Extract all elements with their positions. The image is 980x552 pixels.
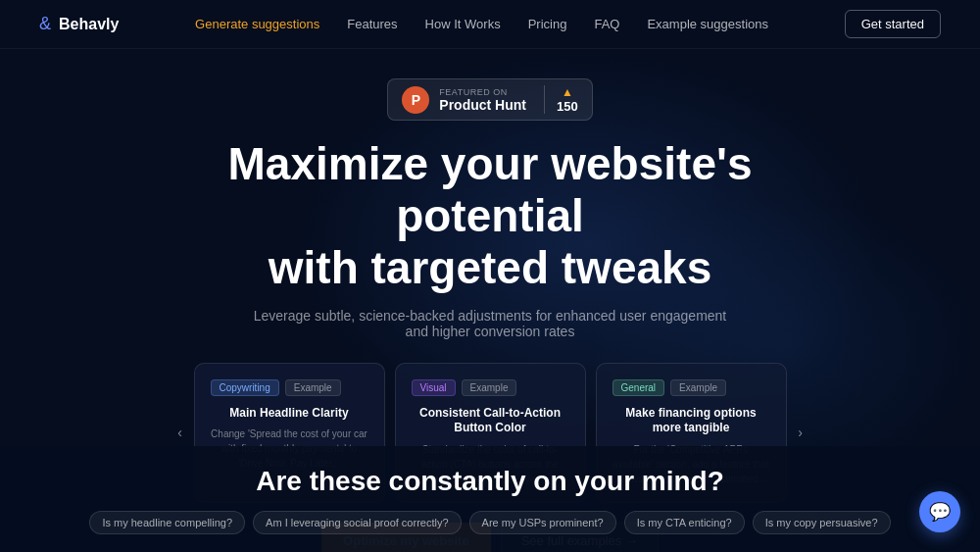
bottom-tag-4[interactable]: Is my copy persuasive? [753,511,891,534]
tag-example-1: Example [285,379,341,396]
get-started-button[interactable]: Get started [845,10,941,38]
ph-number: 150 [557,99,578,114]
chat-bubble[interactable]: 💬 [919,491,960,532]
bottom-tag-2[interactable]: Are my USPs prominent? [469,511,616,534]
tag-example-3: Example [670,379,726,396]
bottom-tags: Is my headline compelling? Am I leveragi… [39,511,941,534]
nav-generate[interactable]: Generate suggestions [195,17,319,31]
nav-links: Generate suggestions Features How It Wor… [195,17,768,31]
chat-icon: 💬 [929,501,951,523]
prev-arrow[interactable]: ‹ [167,419,194,446]
nav-faq[interactable]: FAQ [594,17,619,31]
nav-features[interactable]: Features [347,17,397,31]
product-hunt-badge[interactable]: P FEATURED ON Product Hunt ▲ 150 [387,78,592,121]
nav-pricing[interactable]: Pricing [528,17,567,31]
navbar-right: Get started [845,10,941,38]
tag-visual: Visual [412,379,456,396]
next-arrow[interactable]: › [787,419,814,446]
hero-title-line2: with targeted tweaks [269,242,711,293]
bottom-tag-1[interactable]: Am I leveraging social proof correctly? [253,511,461,534]
bottom-section: Are these constantly on your mind? Is my… [0,446,980,552]
logo[interactable]: & Behavly [39,14,119,34]
bottom-tag-0[interactable]: Is my headline compelling? [89,511,245,534]
hero-title: Maximize your website's potential with t… [147,138,833,294]
tag-general: General [612,379,665,396]
card-title-2: Consistent Call-to-Action Button Color [412,406,569,436]
card-tags-3: General Example [612,379,770,396]
card-title-3: Make financing options more tangible [612,406,770,436]
card-title-1: Main Headline Clarity [211,406,368,422]
bottom-title: Are these constantly on your mind? [39,466,941,497]
logo-text: Behavly [59,16,119,33]
ph-name: Product Hunt [439,97,526,113]
nav-examples[interactable]: Example suggestions [647,17,768,31]
product-hunt-text: FEATURED ON Product Hunt [439,87,526,113]
navbar: & Behavly Generate suggestions Features … [0,0,980,49]
ph-vote-count: ▲ 150 [544,85,578,114]
card-tags-2: Visual Example [412,379,569,396]
tag-copywriting: Copywriting [211,379,279,396]
card-tags-1: Copywriting Example [211,379,368,396]
bottom-tag-3[interactable]: Is my CTA enticing? [624,511,745,534]
tag-example-2: Example [462,379,517,396]
product-hunt-logo: P [402,86,429,114]
ph-arrow-icon: ▲ [562,85,573,99]
logo-icon: & [39,14,51,34]
nav-how-it-works[interactable]: How It Works [425,17,501,31]
ph-featured-on: FEATURED ON [439,87,507,97]
hero-title-line1: Maximize your website's potential [227,138,752,241]
hero-subtitle: Leverage subtle, science-backed adjustme… [245,308,735,339]
